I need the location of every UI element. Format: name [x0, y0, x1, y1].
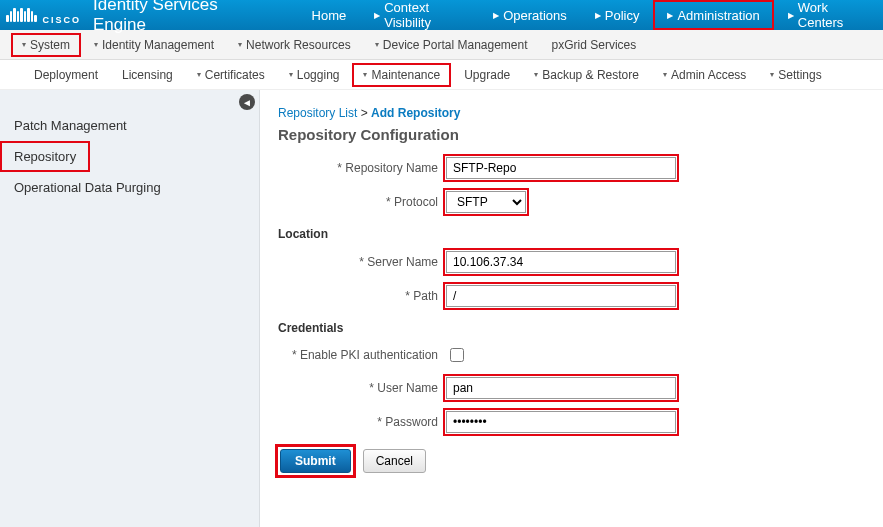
repo-name-label: * Repository Name: [278, 161, 438, 175]
admin-subnav: ▾System▾Identity Management▾Network Reso…: [0, 30, 883, 60]
top-bar: CISCO Identity Services Engine Home▶Cont…: [0, 0, 883, 30]
top-nav: Home▶Context Visibility▶Operations▶Polic…: [298, 0, 879, 30]
caret-icon: ▶: [595, 11, 601, 20]
sidebar-collapse-icon[interactable]: ◄: [239, 94, 255, 110]
path-label: * Path: [278, 289, 438, 303]
caret-icon: ▶: [788, 11, 794, 20]
password-input[interactable]: [446, 411, 676, 433]
sidebar-item-operational-data-purging[interactable]: Operational Data Purging: [0, 172, 259, 203]
caret-down-icon: ▾: [663, 70, 667, 79]
caret-down-icon: ▾: [289, 70, 293, 79]
subsub-item-backup-restore[interactable]: ▾Backup & Restore: [524, 64, 649, 86]
topnav-item-work-centers[interactable]: ▶Work Centers: [774, 0, 879, 30]
breadcrumb-parent[interactable]: Repository List: [278, 106, 357, 120]
sidebar-item-patch-management[interactable]: Patch Management: [0, 110, 259, 141]
caret-icon: ▶: [374, 11, 380, 20]
sub-item-network-resources[interactable]: ▾Network Resources: [228, 34, 361, 56]
sidebar: ◄ Patch ManagementRepositoryOperational …: [0, 90, 260, 527]
username-input[interactable]: [446, 377, 676, 399]
protocol-label: * Protocol: [278, 195, 438, 209]
nav-label: Settings: [778, 68, 821, 82]
topnav-label: Work Centers: [798, 0, 865, 30]
breadcrumb-sep: >: [361, 106, 368, 120]
caret-icon: ▶: [493, 11, 499, 20]
cisco-text: CISCO: [43, 16, 82, 25]
nav-label: Certificates: [205, 68, 265, 82]
password-label: * Password: [278, 415, 438, 429]
username-label: * User Name: [278, 381, 438, 395]
sub-item-identity-management[interactable]: ▾Identity Management: [84, 34, 224, 56]
topnav-item-context-visibility[interactable]: ▶Context Visibility: [360, 0, 479, 30]
protocol-select[interactable]: SFTP: [446, 191, 526, 213]
subsub-item-deployment[interactable]: Deployment: [24, 64, 108, 86]
topnav-label: Operations: [503, 8, 567, 23]
main-content: Repository List > Add Repository Reposit…: [260, 90, 883, 527]
cisco-logo-icon: [4, 8, 39, 22]
nav-label: Backup & Restore: [542, 68, 639, 82]
caret-down-icon: ▾: [238, 40, 242, 49]
caret-icon: ▶: [667, 11, 673, 20]
subsub-item-licensing[interactable]: Licensing: [112, 64, 183, 86]
caret-down-icon: ▾: [770, 70, 774, 79]
credentials-heading: Credentials: [278, 321, 859, 335]
cancel-button[interactable]: Cancel: [363, 449, 426, 473]
server-name-input[interactable]: [446, 251, 676, 273]
topnav-label: Context Visibility: [384, 0, 465, 30]
repo-name-input[interactable]: [446, 157, 676, 179]
caret-down-icon: ▾: [534, 70, 538, 79]
product-name: Identity Services Engine: [93, 0, 268, 35]
location-heading: Location: [278, 227, 859, 241]
nav-label: Admin Access: [671, 68, 746, 82]
subsub-item-maintenance[interactable]: ▾Maintenance: [353, 64, 450, 86]
subsub-item-admin-access[interactable]: ▾Admin Access: [653, 64, 756, 86]
subsub-item-logging[interactable]: ▾Logging: [279, 64, 350, 86]
submit-button[interactable]: Submit: [280, 449, 351, 473]
button-row: Submit Cancel: [278, 447, 859, 475]
sub-item-device-portal-management[interactable]: ▾Device Portal Management: [365, 34, 538, 56]
server-name-label: * Server Name: [278, 255, 438, 269]
topnav-item-administration[interactable]: ▶Administration: [653, 0, 773, 30]
topnav-item-home[interactable]: Home: [298, 0, 361, 30]
nav-label: Deployment: [34, 68, 98, 82]
caret-down-icon: ▾: [94, 40, 98, 49]
breadcrumb: Repository List > Add Repository: [278, 106, 859, 120]
subsub-item-upgrade[interactable]: Upgrade: [454, 64, 520, 86]
subsub-item-certificates[interactable]: ▾Certificates: [187, 64, 275, 86]
breadcrumb-current: Add Repository: [371, 106, 460, 120]
topnav-label: Policy: [605, 8, 640, 23]
nav-label: Maintenance: [371, 68, 440, 82]
nav-label: Identity Management: [102, 38, 214, 52]
caret-down-icon: ▾: [197, 70, 201, 79]
sub-item-pxgrid-services[interactable]: pxGrid Services: [542, 34, 647, 56]
nav-label: pxGrid Services: [552, 38, 637, 52]
nav-label: Logging: [297, 68, 340, 82]
caret-down-icon: ▾: [363, 70, 367, 79]
topnav-label: Administration: [677, 8, 759, 23]
pki-label: * Enable PKI authentication: [278, 348, 438, 362]
sub-item-system[interactable]: ▾System: [12, 34, 80, 56]
system-subnav: DeploymentLicensing▾Certificates▾Logging…: [0, 60, 883, 90]
nav-label: Upgrade: [464, 68, 510, 82]
pki-checkbox[interactable]: [450, 348, 464, 362]
nav-label: Licensing: [122, 68, 173, 82]
caret-down-icon: ▾: [375, 40, 379, 49]
nav-label: System: [30, 38, 70, 52]
page-title: Repository Configuration: [278, 126, 859, 143]
topnav-item-policy[interactable]: ▶Policy: [581, 0, 654, 30]
subsub-item-settings[interactable]: ▾Settings: [760, 64, 831, 86]
caret-down-icon: ▾: [22, 40, 26, 49]
nav-label: Network Resources: [246, 38, 351, 52]
topnav-item-operations[interactable]: ▶Operations: [479, 0, 581, 30]
nav-label: Device Portal Management: [383, 38, 528, 52]
path-input[interactable]: [446, 285, 676, 307]
topnav-label: Home: [312, 8, 347, 23]
sidebar-item-repository[interactable]: Repository: [0, 141, 90, 172]
